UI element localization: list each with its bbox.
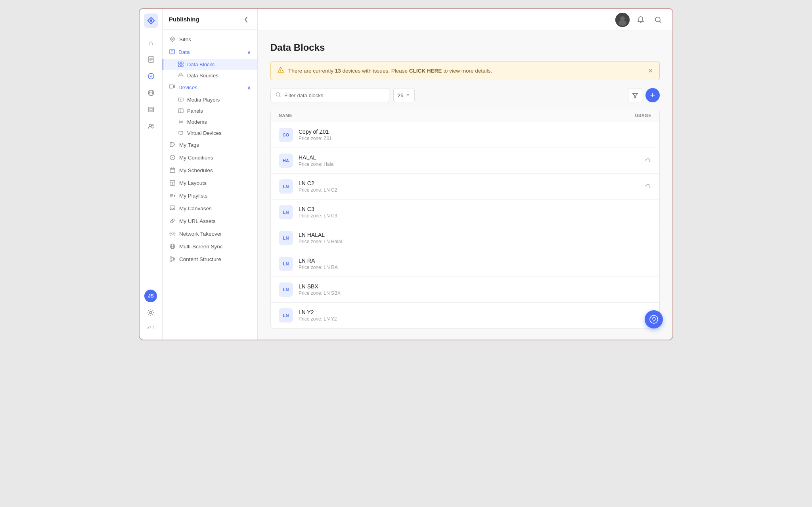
table-row[interactable]: LN LN SBX Price zone: LN SBX (271, 277, 659, 303)
per-page-select[interactable]: 25 (393, 88, 415, 102)
sidebar-item-my-schedules[interactable]: My Schedules (163, 164, 257, 177)
sites-icon (169, 36, 176, 43)
sidebar-label-data-blocks: Data Blocks (187, 61, 214, 67)
sidebar-item-my-tags[interactable]: My Tags (163, 138, 257, 151)
devices-chevron-icon: ∧ (247, 84, 251, 91)
sidebar-label-my-schedules: My Schedules (179, 167, 213, 173)
devices-icon (169, 84, 175, 91)
left-sidebar: Publishing ❮ Sites (163, 9, 258, 340)
sidebar-item-sites[interactable]: Sites (163, 33, 257, 46)
sidebar-item-modems[interactable]: Modems (163, 116, 257, 127)
table-row[interactable]: LN LN C3 Price zone: LN C3 (271, 200, 659, 225)
row-name: LN Y2 (299, 309, 651, 315)
nav-icon-publishing[interactable] (144, 69, 158, 83)
row-info: LN C3 Price zone: LN C3 (299, 206, 651, 219)
version-label: v7.1 (140, 322, 161, 335)
row-name: LN C2 (299, 180, 644, 186)
table-row[interactable]: HA HALAL Price zone: Halal (271, 148, 659, 174)
my-conditions-icon (169, 154, 176, 161)
sidebar-item-data-sources[interactable]: Data Sources (163, 70, 257, 81)
main-content: Data Blocks There are currently 13 devic… (258, 9, 672, 340)
svg-rect-23 (181, 65, 183, 67)
row-name: LN RA (299, 257, 651, 264)
svg-rect-33 (179, 131, 183, 134)
table-row[interactable]: LN LN RA Price zone: LN RA (271, 251, 659, 277)
sidebar-item-my-url-assets[interactable]: My URL Assets (163, 215, 257, 227)
sidebar-label-my-conditions: My Conditions (179, 155, 213, 161)
sidebar-label-my-url-assets: My URL Assets (179, 218, 216, 224)
svg-point-14 (149, 311, 152, 314)
my-layouts-icon (169, 179, 176, 186)
row-usage (644, 183, 651, 190)
sidebar-item-panels[interactable]: Panels (163, 105, 257, 116)
filter-icon-button[interactable] (628, 88, 642, 102)
search-input-wrapper (270, 88, 389, 102)
table-row[interactable]: LN LN C2 Price zone: LN C2 (271, 174, 659, 200)
sidebar-item-my-playlists[interactable]: My Playlists (163, 189, 257, 202)
user-avatar[interactable]: JS (144, 290, 157, 302)
row-info: LN Y2 Price zone: LN Y2 (299, 309, 651, 322)
row-avatar: LN (279, 308, 293, 323)
alert-close-button[interactable]: ✕ (648, 67, 653, 75)
devices-group-left: Devices (169, 84, 197, 91)
row-info: LN HALAL Price zone: LN Halal (299, 232, 651, 244)
row-name: LN HALAL (299, 232, 651, 238)
row-sub: Price zone: LN RA (299, 265, 651, 270)
icon-sidebar: ⌂ (140, 9, 163, 340)
top-user-avatar[interactable] (615, 13, 630, 27)
nav-icon-globe[interactable] (144, 86, 158, 100)
fab-button[interactable] (645, 310, 663, 328)
svg-point-67 (280, 71, 281, 72)
svg-point-71 (653, 321, 654, 322)
alert-click-here[interactable]: CLICK HERE (409, 68, 442, 74)
nav-icon-home[interactable]: ⌂ (144, 36, 158, 50)
row-info: HALAL Price zone: Halal (299, 154, 644, 167)
sidebar-item-multi-screen-sync[interactable]: Multi-Screen Sync (163, 240, 257, 253)
search-icon[interactable] (652, 13, 665, 26)
svg-point-12 (149, 124, 151, 127)
svg-rect-20 (178, 62, 180, 64)
add-button[interactable]: + (645, 88, 660, 102)
sidebar-item-virtual-devices[interactable]: Virtual Devices (163, 127, 257, 138)
row-info: LN RA Price zone: LN RA (299, 257, 651, 270)
nav-icon-settings[interactable] (144, 305, 158, 320)
sidebar-label-devices: Devices (178, 84, 197, 90)
row-name: Copy of Z01 (299, 129, 651, 135)
table-row[interactable]: LN LN Y2 Price zone: LN Y2 (271, 303, 659, 328)
my-url-assets-icon (169, 217, 176, 225)
sidebar-label-my-canvases: My Canvases (179, 205, 212, 211)
sidebar-item-content-structure[interactable]: Content Structure (163, 253, 257, 265)
col-usage-header: USAGE (635, 113, 651, 118)
notification-bell-icon[interactable] (634, 13, 647, 26)
row-avatar: HA (279, 154, 293, 168)
nav-icon-layers[interactable] (144, 102, 158, 117)
sidebar-item-my-layouts[interactable]: My Layouts (163, 177, 257, 189)
sidebar-item-my-canvases[interactable]: My Canvases (163, 202, 257, 215)
per-page-value: 25 (398, 92, 403, 98)
svg-marker-29 (180, 99, 182, 100)
sidebar-item-media-players[interactable]: Media Players (163, 94, 257, 105)
sidebar-label-my-layouts: My Layouts (179, 180, 207, 186)
table-row[interactable]: CO Copy of Z01 Price zone: Z01 (271, 122, 659, 148)
sidebar-item-data-blocks[interactable]: Data Blocks (163, 59, 257, 70)
sidebar-item-my-conditions[interactable]: My Conditions (163, 151, 257, 164)
page-title: Data Blocks (270, 42, 660, 53)
search-input[interactable] (284, 92, 384, 98)
svg-rect-10 (149, 107, 153, 112)
row-sub: Price zone: LN C2 (299, 187, 644, 193)
sidebar-item-network-takeover[interactable]: Network Takeover (163, 227, 257, 240)
data-icon (169, 48, 175, 56)
nav-icon-book[interactable] (144, 52, 158, 67)
svg-point-36 (170, 155, 175, 160)
sidebar-label-panels: Panels (187, 108, 203, 114)
table-row[interactable]: LN LN HALAL Price zone: LN Halal (271, 225, 659, 251)
modems-icon (178, 119, 184, 125)
svg-point-63 (619, 20, 626, 26)
row-name: HALAL (299, 154, 644, 161)
sidebar-group-devices[interactable]: Devices ∧ (163, 81, 257, 94)
row-sub: Price zone: LN SBX (299, 290, 651, 296)
collapse-button[interactable]: ❮ (241, 14, 251, 24)
nav-icon-users[interactable] (144, 119, 158, 133)
alert-text: There are currently 13 devices with issu… (277, 66, 492, 75)
sidebar-group-data[interactable]: Data ∧ (163, 46, 257, 59)
